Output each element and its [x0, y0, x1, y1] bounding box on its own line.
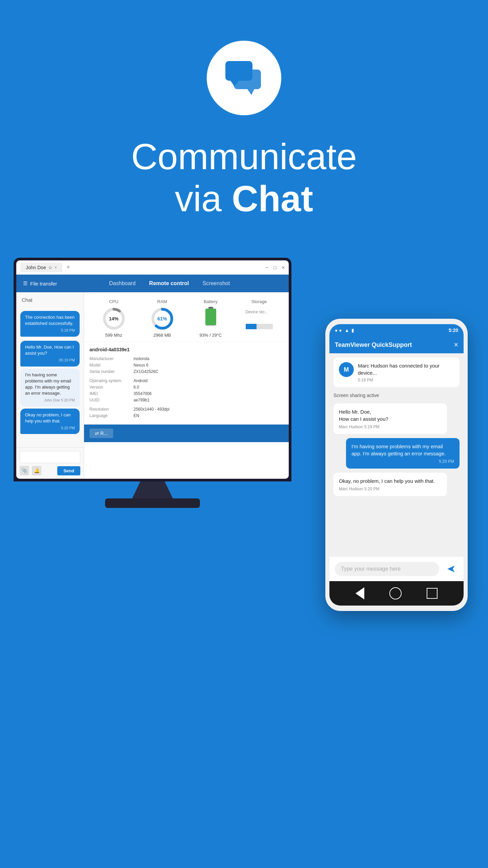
svg-marker-12: [447, 566, 455, 572]
monitor-container: John Doe ☆ × + − □ × ☰: [14, 258, 291, 508]
svg-rect-11: [205, 309, 216, 325]
hero-title: Communicate via Chat: [131, 136, 357, 220]
chat-actions: 📎 🔔 Send: [20, 466, 80, 475]
phone-status-msg: Screen sharing active: [333, 391, 460, 399]
phone-msg-outgoing-1: I'm having some problems with my email a…: [346, 438, 460, 469]
nav-screenshot[interactable]: Screenshot: [202, 280, 230, 287]
star-icon: ☆: [48, 265, 53, 270]
wifi-icon: ▲: [345, 328, 349, 333]
dashboard-metrics: CPU 14% 599 Mhz: [84, 292, 289, 342]
info-row-imei: IMEI 35547006: [89, 391, 283, 396]
device-id: android-4a0339e1: [89, 347, 283, 352]
avatar-marc: M: [339, 362, 354, 377]
phone-msg-incoming-2: Okay, no problem, I can help you with th…: [333, 473, 447, 496]
send-button[interactable]: Send: [57, 466, 80, 475]
phone-home-btn[interactable]: [389, 587, 402, 599]
remote-switch-btn[interactable]: ⇄ R...: [89, 429, 113, 438]
chat-panel: Chat The connection has been established…: [16, 292, 84, 479]
window-tab[interactable]: John Doe ☆ ×: [20, 263, 62, 272]
svg-rect-8: [208, 307, 213, 309]
tab-title: John Doe: [26, 265, 46, 270]
tab-bar: John Doe ☆ × +: [20, 263, 73, 272]
phone-status-icons: ▲ ▮: [345, 328, 354, 333]
tab-add-btn[interactable]: +: [64, 264, 73, 271]
chat-msg-1: The connection has been established succ…: [20, 311, 80, 337]
app-icon-circle: [207, 41, 281, 115]
monitor-stand: [132, 481, 173, 498]
metric-cpu: CPU 14% 599 Mhz: [89, 299, 138, 338]
emoji-icon-btn[interactable]: 🔔: [32, 466, 41, 475]
phone-device: ● ● ▲ ▮ 5:20 TeamViewer QuickSupport ×: [325, 319, 468, 611]
svg-marker-3: [247, 89, 254, 95]
app-content: Chat The connection has been established…: [16, 292, 289, 479]
phone-notification-dots: ● ●: [335, 328, 342, 333]
attach-icon-btn[interactable]: 📎: [20, 466, 29, 475]
ram-donut: 61%: [150, 307, 174, 331]
battery-icon: [205, 307, 217, 331]
info-row-language: Language EN: [89, 413, 283, 418]
nav-dashboard[interactable]: Dashboard: [109, 280, 136, 287]
chat-msg-3-wrapper: I'm having some problems with my email a…: [16, 369, 84, 407]
info-row-manufacturer: Manufacturer motorola: [89, 356, 283, 361]
phone-message-input[interactable]: Type your message here: [335, 562, 439, 576]
remote-bar: ⇄ R...: [84, 425, 289, 442]
storage-bar: [246, 324, 273, 329]
info-row-version: Version 6.0: [89, 385, 283, 390]
battery-icon-status: ▮: [351, 328, 354, 333]
toolbar-nav: Dashboard Remote control Screenshot: [57, 280, 282, 287]
chat-input-area: 📎 🔔 Send: [16, 447, 84, 479]
window-controls: − □ ×: [265, 265, 285, 270]
chat-input-box[interactable]: [20, 451, 80, 463]
metric-ram: RAM 61% 2968 MB: [138, 299, 186, 338]
phone-send-btn[interactable]: [443, 561, 458, 576]
file-icon: ☰: [23, 280, 27, 287]
phone-nav-bar: [329, 581, 464, 606]
cpu-donut: 14%: [102, 307, 126, 331]
chat-section-label: Chat: [16, 292, 84, 306]
phone-time: 5:20: [449, 328, 458, 333]
chat-msg-2: Hello Mr. Doe, How can I assist you? 05:…: [20, 341, 80, 367]
svg-rect-2: [234, 70, 261, 89]
phone-status-bar: ● ● ▲ ▮ 5:20: [329, 324, 464, 336]
metric-storage: Storage Device sto...: [235, 299, 283, 338]
phone-back-btn[interactable]: [355, 587, 364, 599]
info-row-resolution: Resolution 868x488 - 493dpi: [89, 407, 283, 412]
svg-rect-10: [206, 325, 216, 326]
phone-chat-area: M Marc Hudson has connected to your devi…: [329, 353, 464, 557]
dashboard-panel: CPU 14% 599 Mhz: [84, 292, 289, 479]
phone-container: ● ● ▲ ▮ 5:20 TeamViewer QuickSupport ×: [325, 319, 468, 611]
phone-app-header: TeamViewer QuickSupport ×: [329, 336, 464, 353]
nav-remote-control[interactable]: Remote control: [149, 280, 189, 287]
minimize-btn[interactable]: −: [265, 265, 268, 270]
hero-section: Communicate via Chat: [0, 0, 488, 220]
monitor-screen: John Doe ☆ × + − □ × ☰: [14, 258, 291, 481]
tab-close-btn[interactable]: ×: [55, 265, 57, 270]
phone-screen: ● ● ▲ ▮ 5:20 TeamViewer QuickSupport ×: [329, 324, 464, 606]
device-section: John Doe ☆ × + − □ × ☰: [0, 224, 488, 868]
phone-connected-msg: M Marc Hudson has connected to your devi…: [333, 357, 460, 387]
chat-bubbles-icon: [224, 59, 264, 97]
chat-msg-4: Okay no problem, I can help you with tha…: [20, 409, 80, 434]
monitor-bezel: John Doe ☆ × + − □ × ☰: [16, 260, 289, 479]
chat-messages: The connection has been established succ…: [16, 306, 84, 447]
metric-battery: Battery 93% / 29°C: [186, 299, 235, 338]
info-row-os: Operating system Android: [89, 378, 283, 383]
maximize-btn[interactable]: □: [273, 265, 276, 270]
info-row-model: Model Nexus 6: [89, 363, 283, 368]
info-row-uuid: UUID ae799b1: [89, 398, 283, 402]
window-chrome: John Doe ☆ × + − □ ×: [16, 260, 289, 275]
phone-recents-btn[interactable]: [427, 588, 438, 599]
monitor-base: [105, 498, 200, 508]
info-row-serial: Serial number ZX1G42526C: [89, 369, 283, 374]
file-transfer-btn[interactable]: ☰ File transfer: [23, 280, 57, 287]
app-toolbar: ☰ File transfer Dashboard Remote control…: [16, 275, 289, 292]
connected-text-block: Marc Hudson has connected to your device…: [358, 362, 454, 382]
phone-app-title: TeamViewer QuickSupport: [335, 341, 412, 349]
device-info: android-4a0339e1 Manufacturer motorola M…: [84, 342, 289, 425]
close-btn[interactable]: ×: [282, 265, 285, 270]
phone-msg-incoming-1: Hello Mr. Doe, How can I assist you? Mar…: [333, 403, 447, 434]
phone-input-area: Type your message here: [329, 557, 464, 581]
phone-close-btn[interactable]: ×: [454, 340, 458, 349]
device-fields: Manufacturer motorola Model Nexus 6 Seri…: [89, 356, 283, 418]
chat-msg-3: I'm having some problems with my email a…: [20, 369, 80, 407]
